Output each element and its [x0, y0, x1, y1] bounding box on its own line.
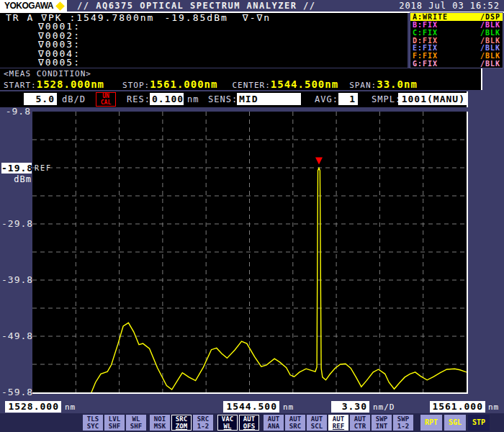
center-label: CENTER:: [232, 81, 270, 90]
softkey-aut-src[interactable]: AUTSRC: [285, 415, 305, 431]
x-center-box: 1544.500: [223, 401, 279, 413]
x-start-unit: nm: [65, 402, 76, 412]
smpl-field: 1001(MANU): [398, 93, 467, 105]
yokogawa-logo: YOKOGAWA: [0, 0, 67, 12]
trace-status-label: E:FIX: [413, 44, 438, 52]
trace-status-mode: /BLK: [480, 44, 500, 52]
peak-marker-icon: [315, 157, 323, 164]
span-value: 33.0nm: [377, 78, 418, 90]
smpl-label: SMPL:: [372, 94, 401, 104]
trace-status-label: G:FIX: [413, 60, 438, 68]
res-unit: nm: [187, 94, 199, 104]
trace-status-mode: /BLK: [480, 52, 500, 60]
x-scale-box: 3.30: [331, 401, 369, 413]
softkey-swp-1-2[interactable]: SWP1-2: [393, 415, 413, 431]
x-stop-box: 1561.000: [430, 401, 485, 413]
softkey-noi-msk[interactable]: NOIMSK: [150, 415, 170, 431]
spectrum-plot: REF: [32, 112, 468, 394]
softkey-line2: SCL: [307, 423, 327, 430]
softkey-lvl-shf[interactable]: LVLSHF: [104, 415, 125, 431]
softkey-wl-shf[interactable]: WLSHF: [126, 415, 146, 431]
softkey-line1: AUT: [285, 415, 305, 423]
trace-panel: A:WRITE/DSPB:FIX/BLKC:FIX/BLKD:FIX/BLKE:…: [410, 13, 503, 68]
softkey-tls-syc[interactable]: TLSSYC: [83, 415, 103, 431]
center-value: 1544.500nm: [271, 78, 338, 90]
softkey-aut-ctr[interactable]: AUTCTR: [350, 415, 370, 431]
trace-status-g: G:FIX/BLK: [410, 60, 503, 68]
softkey-line1: AUT: [264, 415, 284, 423]
softkey-vac-wl[interactable]: VACWL: [217, 415, 238, 431]
level-scale-unit: dB/D: [62, 94, 86, 104]
avg-field: 1: [338, 93, 358, 105]
uncal-line1: UN: [96, 93, 115, 99]
marker-row: ∇0002:: [38, 32, 408, 40]
meas-condition-bar: <MEAS CONDITION> START:1528.000nmSTOP:15…: [0, 68, 482, 90]
y-axis-unit: dBm: [1, 174, 32, 184]
stop-label: STOP:: [122, 81, 150, 90]
span-label: SPAN:: [349, 81, 377, 90]
softkey-rpt[interactable]: RPT: [420, 415, 442, 431]
trace-status-a: A:WRITE/DSP: [410, 13, 503, 21]
trace-status-e: E:FIX/BLK: [410, 44, 503, 52]
osa-screen: YOKOGAWA // AQ6375 OPTICAL SPECTRUM ANAL…: [0, 0, 504, 432]
y-tick: -29.8: [1, 219, 31, 228]
softkey-aut-ref[interactable]: AUTREF: [328, 415, 348, 431]
softkey-line1: SWP: [393, 415, 413, 423]
softkey-stp[interactable]: STP: [468, 415, 490, 431]
softkey-line1: RPT: [420, 415, 442, 430]
softkey-sgl[interactable]: SGL: [444, 415, 466, 431]
softkey-line2: SRC: [285, 423, 305, 430]
softkey-line1: NOI: [150, 415, 170, 423]
window-title: // AQ6375 OPTICAL SPECTRUM ANALYZER //: [77, 1, 316, 11]
softkey-swp-int[interactable]: SWPINT: [372, 415, 392, 431]
res-field: 0.100: [150, 93, 184, 105]
softkey-line2: INT: [372, 423, 392, 430]
trace-status-label: A:WRITE: [413, 13, 448, 21]
marker-row: ∇0004:: [38, 50, 408, 58]
softkey-aut-ana[interactable]: AUTANA: [264, 415, 284, 431]
trace-status-c: C:FIX/BLK: [410, 29, 503, 37]
trace-status-label: B:FIX: [413, 21, 438, 29]
uncal-indicator: UN CAL: [96, 92, 116, 107]
softkey-line1: AUT: [240, 415, 258, 423]
softkey-line1: SGL: [444, 415, 466, 430]
sens-field: MID: [237, 93, 301, 105]
trace-status-label: C:FIX: [413, 29, 438, 37]
softkey-src-zom[interactable]: SRCZOM: [171, 415, 192, 431]
y-tick: -39.8: [1, 275, 31, 284]
spectrum-svg: REF: [32, 112, 467, 392]
trace-status-mode: /BLK: [480, 37, 500, 45]
x-stop-unit: nm: [488, 402, 499, 412]
softkey-aut-ofs[interactable]: AUTOFS: [239, 415, 259, 431]
softkey-line2: 1-2: [393, 423, 413, 430]
softkey-line1: AUT: [350, 415, 370, 423]
softkey-src-1-2[interactable]: SRC1-2: [193, 415, 213, 431]
softkey-line1: SRC: [172, 415, 191, 423]
trace-status-mode: /DSP: [480, 13, 500, 21]
softkey-line1: STP: [468, 415, 490, 430]
marker-row: ∇0003:: [38, 40, 408, 49]
softkey-line2: OFS: [240, 423, 258, 430]
settings-bar: 5.0 dB/D UN CAL RES: 0.100 nm SENS: MID …: [0, 91, 468, 107]
uncal-line2: CAL: [96, 99, 115, 106]
y-tick: -59.8: [1, 387, 31, 397]
softkey-line2: SHF: [104, 423, 125, 430]
peak-wavelength: 1549.7800nm: [76, 14, 154, 22]
softkey-line2: MSK: [150, 423, 170, 430]
softkey-line2: REF: [328, 423, 348, 430]
y-tick: -49.8: [1, 331, 31, 341]
trace-status-f: F:FIX/BLK: [410, 52, 503, 60]
softkey-aut-scl[interactable]: AUTSCL: [307, 415, 327, 431]
softkey-line2: SYC: [83, 423, 103, 430]
x-center-unit: nm: [283, 402, 294, 412]
marker-rows: ∇0001:∇0002:∇0003:∇0004:∇0005:: [6, 22, 408, 67]
marker-row: ∇0005:: [38, 58, 408, 67]
y-tick-top: -9.8: [1, 107, 31, 116]
x-axis-labels: 1528.000 nm 1544.500 nm 3.30 nm/D 1561.0…: [0, 401, 504, 413]
softkey-line1: AUT: [307, 415, 327, 423]
softkey-line1: AUT: [328, 415, 348, 423]
softkey-line1: SRC: [193, 415, 213, 423]
start-value: 1528.000nm: [37, 78, 104, 90]
softkey-line2: WL: [218, 423, 237, 430]
datetime: 2018 Jul 03 16:52: [399, 1, 500, 11]
